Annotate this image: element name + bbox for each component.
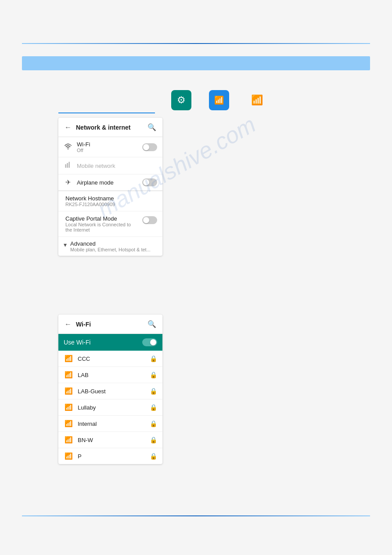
wifi-row-icon bbox=[64, 143, 72, 151]
icons-row: ⚙ 📶 📶 bbox=[171, 90, 267, 110]
captive-label: Captive Portal Mode bbox=[65, 215, 138, 222]
network-search-button[interactable]: 🔍 bbox=[147, 122, 157, 132]
wifi-lock-icon-lullaby: 🔒 bbox=[150, 404, 157, 411]
wifi-toggle[interactable] bbox=[142, 143, 157, 151]
wifi-plain-icon: 📶 bbox=[247, 90, 267, 110]
hostname-content: Network Hostname RK25-FJ120AA000909 bbox=[65, 195, 157, 207]
network-panel-title: Network & internet bbox=[76, 124, 143, 131]
wifi-network-lab-guest[interactable]: 📶 LAB-Guest 🔒 bbox=[58, 383, 162, 399]
wifi-sublabel: Off bbox=[77, 148, 138, 153]
wifi-panel-title: Wi-Fi bbox=[76, 321, 143, 328]
use-wifi-label: Use Wi-Fi bbox=[64, 339, 90, 346]
top-decorative-line bbox=[22, 43, 370, 44]
captive-content: Captive Portal Mode Local Network is Con… bbox=[65, 215, 138, 232]
network-internet-panel: ← Network & internet 🔍 Wi-Fi Off Mobile … bbox=[58, 118, 162, 256]
wifi-lock-icon-lab-guest: 🔒 bbox=[150, 388, 157, 395]
hostname-label: Network Hostname bbox=[65, 195, 157, 202]
wifi-row-content: Wi-Fi Off bbox=[77, 141, 138, 153]
network-panel-header: ← Network & internet 🔍 bbox=[58, 118, 162, 137]
use-wifi-toggle[interactable] bbox=[142, 338, 157, 346]
wifi-signal-icon-p: 📶 bbox=[64, 452, 73, 460]
svg-point-0 bbox=[68, 148, 68, 149]
wifi-row[interactable]: Wi-Fi Off bbox=[58, 137, 162, 157]
wifi-network-lullaby[interactable]: 📶 Lullaby 🔒 bbox=[58, 399, 162, 416]
mobile-network-row[interactable]: Mobile network bbox=[58, 157, 162, 174]
wifi-label: Wi-Fi bbox=[77, 141, 138, 148]
wifi-network-name-internal: Internal bbox=[78, 421, 145, 427]
airplane-icon: ✈ bbox=[64, 178, 72, 186]
wifi-search-button[interactable]: 🔍 bbox=[147, 319, 157, 329]
captive-sublabel: Local Network is Connected to the Intern… bbox=[65, 222, 138, 232]
airplane-label: Airplane mode bbox=[77, 179, 138, 186]
airplane-toggle[interactable] bbox=[142, 178, 157, 186]
wifi-lock-icon-ccc: 🔒 bbox=[150, 355, 157, 362]
network-back-button[interactable]: ← bbox=[64, 123, 72, 132]
signal-icon bbox=[64, 161, 72, 170]
wifi-back-button[interactable]: ← bbox=[64, 319, 72, 329]
wifi-network-name-p: P bbox=[78, 453, 145, 460]
mobile-network-label: Mobile network bbox=[77, 163, 157, 169]
advanced-content: Advanced Mobile plan, Ethernet, Hotspot … bbox=[70, 240, 151, 252]
header-bar bbox=[22, 56, 370, 70]
wifi-signal-icon-lab: 📶 bbox=[64, 371, 73, 379]
section-underline bbox=[58, 112, 155, 113]
wifi-signal-icon-bnw: 📶 bbox=[64, 436, 73, 444]
hostname-row[interactable]: Network Hostname RK25-FJ120AA000909 bbox=[58, 191, 162, 211]
advanced-row[interactable]: ▾ Advanced Mobile plan, Ethernet, Hotspo… bbox=[58, 237, 162, 256]
wifi-network-ccc[interactable]: 📶 CCC 🔒 bbox=[58, 351, 162, 367]
wifi-box-icon[interactable]: 📶 bbox=[209, 90, 229, 110]
airplane-content: Airplane mode bbox=[77, 179, 138, 186]
wifi-network-name-lullaby: Lullaby bbox=[78, 404, 145, 411]
captive-toggle[interactable] bbox=[142, 216, 157, 224]
wifi-network-name-bnw: BN-W bbox=[78, 437, 145, 443]
wifi-network-name-lab-guest: LAB-Guest bbox=[78, 388, 145, 395]
mobile-row-content: Mobile network bbox=[77, 163, 157, 169]
wifi-signal-icon-lab-guest: 📶 bbox=[64, 387, 73, 395]
wifi-signal-icon-lullaby: 📶 bbox=[64, 403, 73, 411]
wifi-lock-icon-lab: 🔒 bbox=[150, 371, 157, 378]
wifi-network-name-ccc: CCC bbox=[78, 355, 145, 362]
wifi-network-bnw[interactable]: 📶 BN-W 🔒 bbox=[58, 432, 162, 448]
wifi-network-internal[interactable]: 📶 Internal 🔒 bbox=[58, 416, 162, 432]
wifi-network-p[interactable]: 📶 P 🔒 bbox=[58, 448, 162, 464]
hostname-value: RK25-FJ120AA000909 bbox=[65, 202, 157, 207]
wifi-signal-icon-internal: 📶 bbox=[64, 420, 73, 428]
settings-icon[interactable]: ⚙ bbox=[171, 90, 191, 110]
use-wifi-row[interactable]: Use Wi-Fi bbox=[58, 334, 162, 351]
airplane-mode-row[interactable]: ✈ Airplane mode bbox=[58, 174, 162, 191]
advanced-sublabel: Mobile plan, Ethernet, Hotspot & tet... bbox=[70, 247, 151, 252]
wifi-signal-icon-ccc: 📶 bbox=[64, 355, 73, 363]
advanced-label: Advanced bbox=[70, 240, 151, 247]
wifi-lock-icon-p: 🔒 bbox=[150, 453, 157, 460]
captive-portal-row[interactable]: Captive Portal Mode Local Network is Con… bbox=[58, 211, 162, 237]
wifi-network-lab[interactable]: 📶 LAB 🔒 bbox=[58, 367, 162, 383]
advanced-chevron-icon: ▾ bbox=[64, 241, 67, 248]
wifi-lock-icon-internal: 🔒 bbox=[150, 420, 157, 427]
wifi-lock-icon-bnw: 🔒 bbox=[150, 436, 157, 443]
wifi-panel-header: ← Wi-Fi 🔍 bbox=[58, 315, 162, 334]
wifi-panel: ← Wi-Fi 🔍 Use Wi-Fi 📶 CCC 🔒 📶 LAB 🔒 📶 LA… bbox=[58, 315, 162, 464]
wifi-network-name-lab: LAB bbox=[78, 372, 145, 378]
bottom-decorative-line bbox=[22, 515, 370, 516]
